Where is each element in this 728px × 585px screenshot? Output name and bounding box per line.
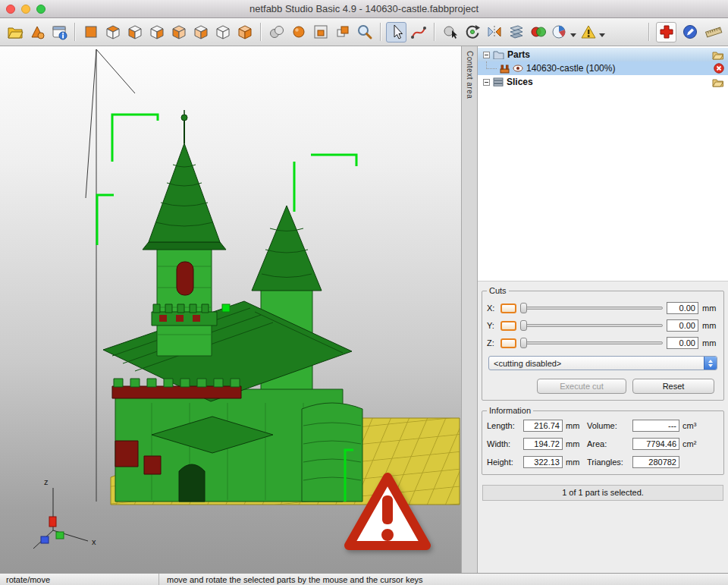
project-info-button[interactable]: [49, 22, 69, 42]
cut-z-slider-thumb[interactable]: [520, 338, 527, 348]
view-perspective-button[interactable]: [234, 22, 255, 42]
slices-folder-button[interactable]: [712, 77, 724, 87]
view-front-button[interactable]: [80, 22, 101, 42]
cut-x-slider-thumb[interactable]: [520, 303, 527, 313]
cut-x-value-input[interactable]: [667, 302, 698, 314]
cut-x-slider[interactable]: [520, 303, 663, 313]
mirror-tool-button[interactable]: [484, 22, 504, 42]
parts-folder-button[interactable]: [712, 50, 724, 60]
cut-y-value-input[interactable]: [667, 319, 698, 332]
project-info-icon: [50, 23, 68, 41]
length-value[interactable]: [523, 420, 563, 432]
cut-y-slider-thumb[interactable]: [520, 320, 527, 331]
view-front-icon: [82, 23, 100, 41]
area-value[interactable]: [632, 438, 679, 450]
view-back-button[interactable]: [102, 22, 123, 42]
information-grid: Length: mm Volume: cm³ Width: mm Area: c…: [487, 420, 719, 468]
toolbar-separator: [260, 23, 261, 41]
slice-view-button[interactable]: [506, 22, 526, 42]
selection-handle[interactable]: [222, 304, 230, 312]
view-right-button[interactable]: [146, 22, 167, 42]
selection-status: 1 of 1 part is selected.: [482, 485, 723, 501]
zoom-window-button[interactable]: [36, 5, 46, 14]
part-in-box-button[interactable]: [310, 22, 331, 42]
show-warnings-button[interactable]: [579, 22, 606, 42]
cut-z-label: Z:: [487, 338, 497, 348]
open-project-icon: [6, 23, 24, 41]
stepper-up-icon: [708, 360, 713, 363]
open-folder-icon: [712, 50, 724, 60]
castle-model[interactable]: [103, 110, 362, 502]
edit-mode-button[interactable]: [679, 22, 700, 42]
selection-spheres-icon: [268, 23, 286, 41]
select-stepper[interactable]: [704, 357, 717, 370]
statistics-button[interactable]: [550, 22, 577, 42]
minimize-window-button[interactable]: [21, 5, 30, 14]
width-value[interactable]: [523, 438, 563, 450]
context-area-strip[interactable]: Context area: [461, 46, 478, 573]
information-group: Information Length: mm Volume: cm³ Width…: [482, 406, 724, 475]
measure-curve-button[interactable]: [408, 22, 428, 42]
repair-part-button[interactable]: [656, 22, 676, 42]
toolbar: [0, 18, 728, 46]
volume-value[interactable]: [632, 420, 679, 432]
view-top-button[interactable]: [168, 22, 189, 42]
tree-item-part[interactable]: 140630-castle (100%): [478, 61, 728, 75]
app-window: netfabb Studio Basic 4.9 - 140630-castle…: [0, 0, 728, 585]
remove-part-icon: [714, 63, 724, 74]
cut-z-checkbox[interactable]: [500, 338, 516, 348]
execute-cut-button[interactable]: Execute cut: [537, 379, 626, 394]
close-window-button[interactable]: [6, 5, 15, 14]
rotate-tool-button[interactable]: [462, 22, 482, 42]
cut-z-slider[interactable]: [520, 338, 663, 348]
open-project-button[interactable]: [5, 22, 25, 42]
cuts-title: Cuts: [487, 286, 509, 295]
cut-x-checkbox[interactable]: [500, 304, 516, 313]
import-part-button[interactable]: [27, 22, 47, 42]
toolbar-separator: [74, 23, 75, 41]
cutting-mode-select[interactable]: <cutting disabled>: [488, 356, 717, 370]
slices-stack-icon: [493, 77, 504, 86]
cut-y-slider[interactable]: [520, 320, 663, 331]
rotate-tool-icon: [463, 23, 482, 41]
parts-expander-icon[interactable]: [483, 52, 490, 58]
cut-row-z: Z: mm: [487, 337, 719, 349]
height-value[interactable]: [523, 456, 563, 468]
collision-detection-icon: [529, 23, 548, 41]
tree-item-slices[interactable]: Slices: [478, 75, 728, 89]
zoom-button[interactable]: [354, 22, 375, 42]
selection-spheres-button[interactable]: [266, 22, 287, 42]
remove-part-button[interactable]: [714, 63, 724, 74]
parts-tree: Parts 140630-castle (100%) Slices: [478, 46, 728, 281]
view-right-icon: [148, 23, 166, 41]
status-mode: rotate/move: [0, 574, 159, 585]
statistics-dropdown-caret[interactable]: [570, 33, 576, 37]
cut-x-unit: mm: [702, 304, 719, 313]
zoom-icon: [356, 23, 374, 41]
view-left-icon: [126, 23, 144, 41]
viewport-3d[interactable]: z x: [0, 46, 461, 573]
pick-point-button[interactable]: [440, 22, 460, 42]
triangles-value[interactable]: [632, 456, 679, 468]
view-bottom-button[interactable]: [190, 22, 211, 42]
view-isometric-button[interactable]: [212, 22, 233, 42]
slices-expander-icon[interactable]: [483, 79, 490, 86]
cut-y-checkbox[interactable]: [500, 321, 516, 331]
warning-badge-icon: [343, 468, 432, 558]
cut-z-value-input[interactable]: [667, 337, 698, 349]
active-sphere-icon: [290, 23, 308, 41]
collision-detection-button[interactable]: [528, 22, 548, 42]
view-left-button[interactable]: [124, 22, 145, 42]
cuts-group: Cuts X: mm Y: mm: [482, 286, 724, 401]
duplicate-parts-button[interactable]: [332, 22, 353, 42]
cursor-select-button[interactable]: [386, 22, 406, 42]
cut-y-unit: mm: [702, 321, 719, 330]
warnings-dropdown-caret[interactable]: [599, 33, 605, 37]
reset-button[interactable]: Reset: [632, 379, 714, 394]
triangles-label: Triangles:: [587, 458, 629, 467]
active-sphere-button[interactable]: [288, 22, 309, 42]
tree-item-parts[interactable]: Parts: [478, 48, 728, 61]
measure-ruler-button[interactable]: [703, 22, 723, 42]
visibility-eye-icon[interactable]: [513, 64, 523, 72]
area-label: Area:: [587, 439, 629, 448]
